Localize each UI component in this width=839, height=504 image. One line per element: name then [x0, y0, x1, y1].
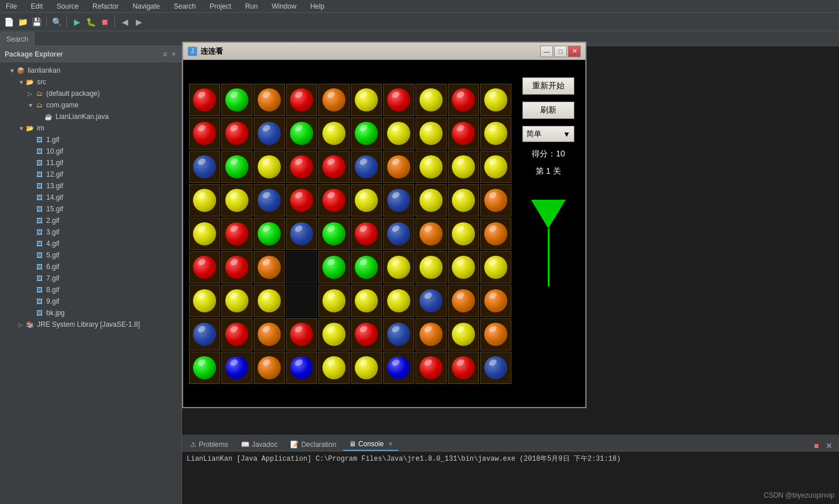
console-clear-btn[interactable]: ✕	[824, 440, 834, 451]
tree-item-14gif[interactable]: ▷ 🖼 14.gif	[0, 192, 181, 203]
gem-cell[interactable]	[448, 117, 479, 150]
sidebar-close-icon[interactable]: ×	[170, 49, 177, 59]
gem-cell[interactable]	[383, 285, 414, 317]
gem-cell[interactable]	[351, 151, 382, 183]
gem-cell[interactable]	[383, 218, 414, 250]
gem-cell[interactable]	[221, 318, 253, 350]
gem-cell[interactable]	[383, 117, 414, 150]
tab-search[interactable]: Search	[0, 32, 35, 46]
tree-item-src[interactable]: ▼ 📂 src	[0, 76, 181, 88]
gem-cell[interactable]	[189, 184, 220, 216]
difficulty-selector[interactable]: 简单 ▼	[522, 126, 574, 142]
refresh-button[interactable]: 刷新	[522, 102, 574, 119]
gem-cell[interactable]	[189, 151, 220, 183]
menu-run[interactable]: Run	[242, 1, 261, 12]
gem-cell[interactable]	[480, 251, 511, 283]
gem-cell[interactable]	[221, 117, 253, 150]
gem-cell[interactable]	[221, 352, 253, 384]
run-button[interactable]: ▶	[70, 16, 83, 28]
gem-cell[interactable]	[351, 184, 382, 216]
gem-cell[interactable]	[415, 84, 447, 116]
gem-cell[interactable]	[221, 184, 253, 216]
back-button[interactable]: ◀	[118, 16, 131, 28]
gem-cell[interactable]	[286, 184, 317, 216]
minimize-button[interactable]: —	[540, 46, 553, 57]
gem-cell[interactable]	[480, 84, 511, 116]
gem-cell[interactable]	[318, 251, 350, 283]
gem-cell[interactable]	[254, 218, 285, 250]
gem-cell[interactable]	[448, 218, 479, 250]
tab-javadoc[interactable]: 📖 Javadoc	[235, 438, 284, 451]
menu-help[interactable]: Help	[307, 1, 328, 12]
tree-item-bkjpg[interactable]: ▷ 🖼 bk.jpg	[0, 307, 181, 319]
menu-edit[interactable]: Edit	[27, 1, 46, 12]
tree-item-11gif[interactable]: ▷ 🖼 11.gif	[0, 157, 181, 169]
gem-cell[interactable]	[448, 285, 479, 317]
gem-cell[interactable]	[254, 151, 285, 183]
gem-cell[interactable]	[415, 184, 447, 216]
gem-cell[interactable]	[415, 352, 447, 384]
maximize-button[interactable]: □	[554, 46, 567, 57]
gem-cell[interactable]	[383, 352, 414, 384]
debug-button[interactable]: 🐛	[84, 16, 97, 28]
gem-cell[interactable]	[383, 318, 414, 350]
menu-window[interactable]: Window	[268, 1, 300, 12]
gem-cell[interactable]	[286, 318, 317, 350]
tab-console[interactable]: 🖥 Console ×	[343, 438, 398, 451]
gem-cell[interactable]	[221, 285, 253, 317]
gem-cell[interactable]	[318, 285, 350, 317]
save-button[interactable]: 💾	[30, 16, 43, 28]
stop-button[interactable]: ⏹	[98, 16, 111, 28]
gem-cell[interactable]	[254, 117, 285, 150]
gem-cell[interactable]	[189, 117, 220, 150]
gem-cell[interactable]	[189, 251, 220, 283]
restart-button[interactable]: 重新开始	[522, 77, 574, 95]
gem-cell[interactable]	[189, 218, 220, 250]
gem-cell[interactable]	[448, 184, 479, 216]
gem-cell[interactable]	[351, 318, 382, 350]
menu-source[interactable]: Source	[53, 1, 82, 12]
gem-cell[interactable]	[254, 285, 285, 317]
tree-item-java-file[interactable]: ▷ ☕ LianLianKan.java	[0, 111, 181, 122]
gem-cell[interactable]	[286, 117, 317, 150]
gem-cell[interactable]	[286, 151, 317, 183]
gem-cell[interactable]	[415, 318, 447, 350]
gem-cell[interactable]	[318, 84, 350, 116]
menu-refactor[interactable]: Refactor	[89, 1, 122, 12]
gem-cell[interactable]	[480, 218, 511, 250]
gem-cell[interactable]	[189, 84, 220, 116]
gem-cell[interactable]	[480, 151, 511, 183]
gem-cell[interactable]	[415, 218, 447, 250]
tree-item-2gif[interactable]: ▷ 🖼 2.gif	[0, 215, 181, 226]
gem-cell[interactable]	[448, 251, 479, 283]
menu-search[interactable]: Search	[170, 1, 199, 12]
gem-cell[interactable]	[351, 352, 382, 384]
tab-problems[interactable]: ⚠ Problems	[184, 438, 234, 451]
tree-item-default-pkg[interactable]: ▷ 🗂 (default package)	[0, 88, 181, 99]
gem-cell[interactable]	[480, 184, 511, 216]
gem-cell[interactable]	[189, 318, 220, 350]
gem-cell[interactable]	[448, 352, 479, 384]
gem-cell[interactable]	[448, 84, 479, 116]
gem-cell[interactable]	[286, 218, 317, 250]
gem-cell[interactable]	[383, 251, 414, 283]
tree-item-com-game[interactable]: ▼ 🗂 com.game	[0, 99, 181, 111]
gem-cell[interactable]	[286, 84, 317, 116]
tree-item-7gif[interactable]: ▷ 🖼 7.gif	[0, 272, 181, 284]
gem-cell[interactable]	[415, 251, 447, 283]
menu-project[interactable]: Project	[206, 1, 235, 12]
gem-cell[interactable]	[254, 251, 285, 283]
new-button[interactable]: 📄	[2, 16, 15, 28]
gem-cell[interactable]	[254, 184, 285, 216]
tree-item-3gif[interactable]: ▷ 🖼 3.gif	[0, 226, 181, 238]
menu-navigate[interactable]: Navigate	[129, 1, 163, 12]
gem-cell[interactable]	[351, 117, 382, 150]
gem-cell[interactable]	[254, 318, 285, 350]
tree-item-12gif[interactable]: ▷ 🖼 12.gif	[0, 169, 181, 180]
gem-cell[interactable]	[189, 285, 220, 317]
tree-item-lianliankan[interactable]: ▼ 📦 lianliankan	[0, 65, 181, 76]
close-button[interactable]: ✕	[568, 46, 581, 57]
gem-cell[interactable]	[415, 285, 447, 317]
gem-cell[interactable]	[351, 84, 382, 116]
gem-cell[interactable]	[221, 218, 253, 250]
